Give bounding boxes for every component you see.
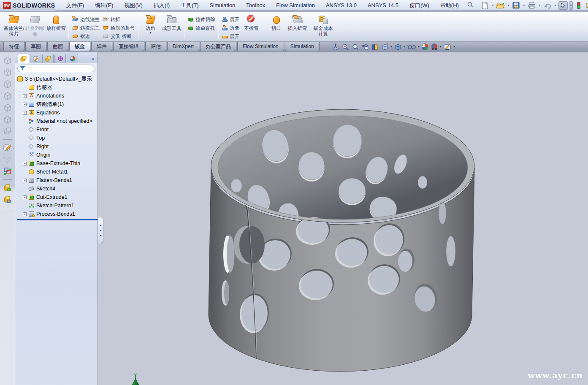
tab-sheet-metal[interactable]: 钣金: [69, 42, 90, 51]
flatten-button[interactable]: 展开: [220, 32, 241, 41]
view-corner-icon[interactable]: [3, 127, 13, 136]
search-icon[interactable]: [467, 1, 474, 10]
menu-edit[interactable]: 编辑(E): [89, 0, 119, 11]
tree-item-sensors[interactable]: 传感器: [17, 83, 98, 92]
display-manager-tab-icon[interactable]: [67, 54, 78, 63]
menu-ansys-13[interactable]: ANSYS 13.0: [320, 0, 362, 11]
expand-icon[interactable]: +: [23, 94, 27, 98]
tree-item-sketch-pattern1[interactable]: Sketch-Pattern1: [17, 201, 98, 210]
save-icon[interactable]: [512, 1, 521, 10]
tab-office-products[interactable]: 办公室产品: [200, 42, 236, 51]
tab-dimxpert[interactable]: DimXpert: [167, 42, 199, 51]
tab-flow-simulation[interactable]: Flow Simulation: [237, 42, 284, 51]
save-dropdown[interactable]: ▾: [522, 1, 526, 10]
tree-item-cut-list[interactable]: + 切割清单(1): [17, 100, 98, 108]
menu-ansys-14-5[interactable]: ANSYS 14.5: [362, 0, 404, 11]
panel-overflow-chevron[interactable]: »: [92, 56, 96, 63]
open-dropdown[interactable]: ▾: [507, 1, 510, 10]
add-sketch-icon[interactable]: [3, 155, 13, 164]
featuremanager-tab-icon[interactable]: [18, 54, 29, 63]
panel-splitter-handle[interactable]: ◄◄◄: [98, 217, 103, 243]
menu-view[interactable]: 视图(V): [119, 0, 148, 11]
fold-button[interactable]: 折叠: [220, 24, 241, 32]
view-cube-icon[interactable]: [3, 56, 13, 65]
forming-tool-button[interactable]: 成形工具: [161, 13, 182, 41]
section-view-icon[interactable]: [371, 43, 379, 51]
cross-break-button[interactable]: 交叉-折断: [101, 32, 136, 41]
tree-item-origin[interactable]: ⤱ Origin: [17, 151, 98, 159]
select-arrow-icon[interactable]: [558, 1, 568, 10]
simple-hole-button[interactable]: 简单直孔: [186, 24, 217, 33]
lofted-bend-button[interactable]: 放样折弯: [46, 13, 67, 41]
jog-button[interactable]: 转折: [101, 15, 136, 24]
menu-help[interactable]: 帮助(H): [435, 0, 464, 11]
apply-scene-icon[interactable]: [421, 43, 429, 51]
undo-icon[interactable]: [543, 1, 552, 10]
tree-item-annotations[interactable]: + A Annotations: [17, 92, 98, 100]
menu-window[interactable]: 窗口(W): [404, 0, 435, 11]
tree-item-cut-extrude1[interactable]: + Cut-Extrude1: [17, 193, 98, 201]
open-icon[interactable]: [496, 1, 505, 10]
undo-dropdown[interactable]: ▾: [553, 1, 557, 10]
tree-item-front-plane[interactable]: Front: [17, 125, 98, 134]
rollback-bar[interactable]: [17, 219, 98, 220]
view-cube-icon[interactable]: [3, 103, 13, 112]
tree-item-base-extrude-thin[interactable]: + Base-Extrude-Thin: [17, 159, 98, 168]
model-perforated-sleeve[interactable]: [98, 52, 588, 385]
insert-bends-button[interactable]: 插入折弯: [287, 13, 308, 41]
menu-toolbox[interactable]: Toolbox: [241, 0, 271, 11]
display-style-dropdown[interactable]: ▾: [404, 45, 405, 49]
tree-item-sheet-metal1[interactable]: Sheet-Metal1: [17, 168, 98, 176]
view-cube-icon[interactable]: [3, 79, 13, 89]
new-document-dropdown[interactable]: ▾: [491, 1, 495, 10]
rip-button[interactable]: 切口: [266, 13, 287, 41]
camera-icon[interactable]: [443, 43, 452, 51]
tree-filter-input[interactable]: [17, 65, 95, 72]
tree-item-equations[interactable]: + Σ Equations: [17, 108, 98, 117]
tree-root[interactable]: 3-5 (Default<<Default>_显示: [17, 75, 98, 83]
zoom-fit-icon[interactable]: [331, 43, 340, 51]
expand-icon[interactable]: +: [23, 195, 27, 199]
tab-weldments[interactable]: 焊件: [91, 42, 112, 51]
edit-note-icon[interactable]: [585, 1, 588, 10]
expand-icon[interactable]: +: [23, 212, 27, 216]
camera-dropdown[interactable]: ▾: [453, 45, 455, 49]
tab-sketch[interactable]: 草图: [25, 42, 46, 51]
tree-item-sketch4[interactable]: Sketch4: [17, 184, 98, 193]
view-cube-icon[interactable]: [3, 68, 13, 77]
move-entities-icon[interactable]: [3, 167, 13, 176]
expand-icon[interactable]: +: [23, 179, 27, 182]
extruded-cut-button[interactable]: 拉伸切除: [186, 15, 217, 24]
display-style-icon[interactable]: [394, 43, 402, 51]
print-dropdown[interactable]: ▾: [538, 1, 542, 10]
no-bends-button[interactable]: 不折弯: [241, 13, 262, 41]
tab-evaluate[interactable]: 评估: [145, 42, 166, 51]
corner-dropdown[interactable]: ▾: [149, 31, 151, 35]
tree-item-right-plane[interactable]: Right: [17, 142, 98, 151]
view-settings-dropdown[interactable]: ▾: [440, 45, 442, 49]
expand-icon[interactable]: +: [23, 103, 27, 106]
expand-icon[interactable]: +: [23, 111, 27, 115]
menu-tools[interactable]: 工具(T): [175, 0, 204, 11]
unfold-button[interactable]: 展开: [220, 15, 241, 24]
view-orientation-dropdown[interactable]: ▾: [390, 45, 392, 49]
sketch-tool-icon[interactable]: [3, 143, 13, 152]
tab-surfaces[interactable]: 曲面: [47, 42, 68, 51]
new-document-icon[interactable]: [480, 1, 490, 10]
sheet-metal-costing-button[interactable]: 钣金成本计算: [312, 13, 335, 41]
tree-item-top-plane[interactable]: Top: [17, 134, 98, 142]
menu-file[interactable]: 文件(F): [60, 0, 89, 11]
corner-button[interactable]: 边角 ▾: [140, 13, 161, 41]
convert-to-sheet-metal-button[interactable]: 转换到钣金: [24, 13, 46, 41]
edge-flange-button[interactable]: 边线法兰: [70, 15, 101, 24]
tab-direct-editing[interactable]: 直接编辑: [113, 42, 144, 51]
boss-extrude-icon[interactable]: [3, 183, 13, 192]
tab-simulation[interactable]: Simulation: [285, 42, 320, 51]
menu-insert[interactable]: 插入(I): [148, 0, 175, 11]
view-cube-icon[interactable]: [3, 115, 13, 124]
view-orientation-icon[interactable]: [381, 43, 389, 51]
zoom-area-icon[interactable]: [341, 43, 350, 51]
previous-view-icon[interactable]: [361, 43, 369, 51]
tree-item-material[interactable]: Material <not specified>: [17, 117, 98, 125]
hem-button[interactable]: 褶边: [70, 32, 101, 41]
